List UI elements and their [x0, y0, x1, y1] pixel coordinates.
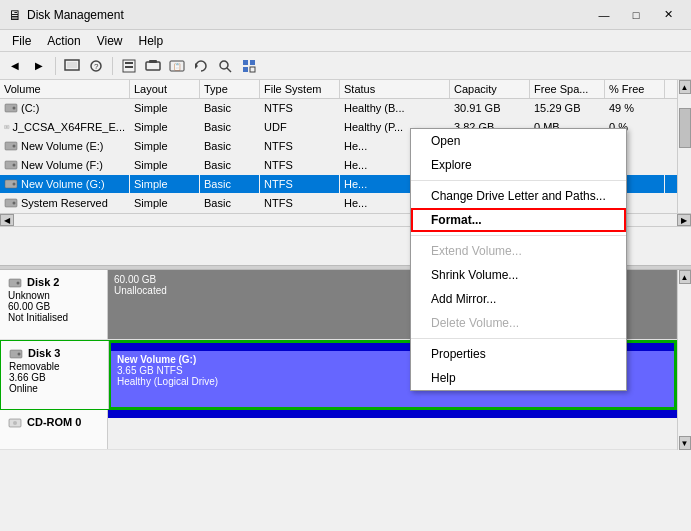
col-header-status: Status	[340, 80, 450, 98]
title-bar-icon: 🖥	[8, 7, 22, 23]
svg-point-33	[18, 353, 21, 356]
toolbar-btn3[interactable]	[118, 55, 140, 77]
toolbar-btn1[interactable]	[61, 55, 83, 77]
toolbar-btn2[interactable]: ?	[85, 55, 107, 77]
menu-file[interactable]: File	[4, 32, 39, 50]
cdrom-partitions	[108, 410, 677, 449]
toolbar-btn6[interactable]	[190, 55, 212, 77]
svg-rect-17	[250, 67, 255, 72]
table-scrollbar-thumb[interactable]	[679, 108, 691, 148]
svg-rect-1	[67, 62, 77, 68]
col-header-pctfree: % Free	[605, 80, 665, 98]
row-volume: J_CCSA_X64FRE_E...	[0, 118, 130, 136]
col-header-volume: Volume	[0, 80, 130, 98]
svg-rect-7	[146, 62, 160, 70]
svg-point-12	[220, 61, 228, 69]
menu-bar: File Action View Help	[0, 30, 691, 52]
col-header-freespace: Free Spa...	[530, 80, 605, 98]
disk-row-cdrom: CD-ROM 0	[0, 410, 677, 450]
ctx-shrink-volume[interactable]: Shrink Volume...	[411, 263, 626, 287]
svg-point-21	[6, 126, 8, 128]
table-header: Volume Layout Type File System Status Ca…	[0, 80, 677, 99]
row-capacity: 30.91 GB	[450, 99, 530, 117]
title-bar: 🖥 Disk Management — □ ✕	[0, 0, 691, 30]
toolbar-btn4[interactable]	[142, 55, 164, 77]
title-bar-controls: — □ ✕	[589, 5, 683, 25]
ctx-change-drive-letter[interactable]: Change Drive Letter and Paths...	[411, 184, 626, 208]
disk-label-cdrom: CD-ROM 0	[0, 410, 108, 449]
svg-rect-6	[125, 66, 133, 68]
hdd-icon	[4, 158, 18, 172]
svg-point-19	[13, 107, 16, 110]
row-volume: (C:)	[0, 99, 130, 117]
row-status: Healthy (B...	[340, 99, 450, 117]
row-layout: Simple	[130, 99, 200, 117]
menu-action[interactable]: Action	[39, 32, 88, 50]
dvd-icon	[4, 120, 10, 134]
svg-rect-5	[125, 62, 133, 64]
svg-rect-14	[243, 60, 248, 65]
toolbar-btn5[interactable]: 📋	[166, 55, 188, 77]
context-menu: Open Explore Change Drive Letter and Pat…	[410, 128, 627, 391]
disk-label-3: Disk 3 Removable 3.66 GB Online	[1, 341, 109, 409]
disk-vscrollbar[interactable]: ▲ ▼	[677, 270, 691, 450]
svg-rect-8	[149, 60, 157, 63]
ctx-explore[interactable]: Explore	[411, 153, 626, 177]
col-header-type: Type	[200, 80, 260, 98]
menu-view[interactable]: View	[89, 32, 131, 50]
toolbar-forward[interactable]: ▶	[28, 55, 50, 77]
toolbar-btn7[interactable]	[214, 55, 236, 77]
ctx-open[interactable]: Open	[411, 129, 626, 153]
ctx-format[interactable]: Format...	[411, 208, 626, 232]
row-type: Basic	[200, 99, 260, 117]
close-button[interactable]: ✕	[653, 5, 683, 25]
disk-label-2: Disk 2 Unknown 60.00 GB Not Initialised	[0, 270, 108, 339]
table-vscrollbar[interactable]: ▲	[677, 80, 691, 213]
hdd-icon	[4, 101, 18, 115]
maximize-button[interactable]: □	[621, 5, 651, 25]
svg-point-23	[13, 145, 16, 148]
hdd-icon	[4, 139, 18, 153]
toolbar-back[interactable]: ◀	[4, 55, 26, 77]
hdd-icon	[4, 177, 18, 191]
svg-point-27	[13, 183, 16, 186]
svg-rect-16	[243, 67, 248, 72]
col-header-capacity: Capacity	[450, 80, 530, 98]
svg-rect-15	[250, 60, 255, 65]
svg-text:?: ?	[94, 62, 99, 71]
row-pctfree: 49 %	[605, 99, 665, 117]
row-freespace: 15.29 GB	[530, 99, 605, 117]
ctx-sep-3	[411, 338, 626, 339]
title-bar-title: Disk Management	[27, 8, 589, 22]
ctx-sep-2	[411, 235, 626, 236]
svg-text:📋: 📋	[173, 62, 182, 71]
svg-line-13	[227, 68, 231, 72]
row-fs: NTFS	[260, 99, 340, 117]
svg-point-25	[13, 164, 16, 167]
ctx-properties[interactable]: Properties	[411, 342, 626, 366]
table-row[interactable]: (C:) Simple Basic NTFS Healthy (B... 30.…	[0, 99, 677, 118]
disk-icon	[8, 276, 22, 290]
svg-point-29	[13, 202, 16, 205]
ctx-add-mirror[interactable]: Add Mirror...	[411, 287, 626, 311]
svg-point-31	[17, 282, 20, 285]
col-header-fs: File System	[260, 80, 340, 98]
minimize-button[interactable]: —	[589, 5, 619, 25]
col-header-layout: Layout	[130, 80, 200, 98]
cdrom-stripe	[108, 410, 677, 418]
cdrom-icon	[8, 416, 22, 430]
ctx-sep-1	[411, 180, 626, 181]
ctx-extend-volume: Extend Volume...	[411, 239, 626, 263]
toolbar-btn8[interactable]	[238, 55, 260, 77]
menu-help[interactable]: Help	[131, 32, 172, 50]
disk-icon	[9, 347, 23, 361]
svg-point-35	[13, 421, 17, 425]
ctx-delete-volume: Delete Volume...	[411, 311, 626, 335]
toolbar: ◀ ▶ ? 📋	[0, 52, 691, 80]
ctx-help[interactable]: Help	[411, 366, 626, 390]
hdd-icon	[4, 196, 18, 210]
